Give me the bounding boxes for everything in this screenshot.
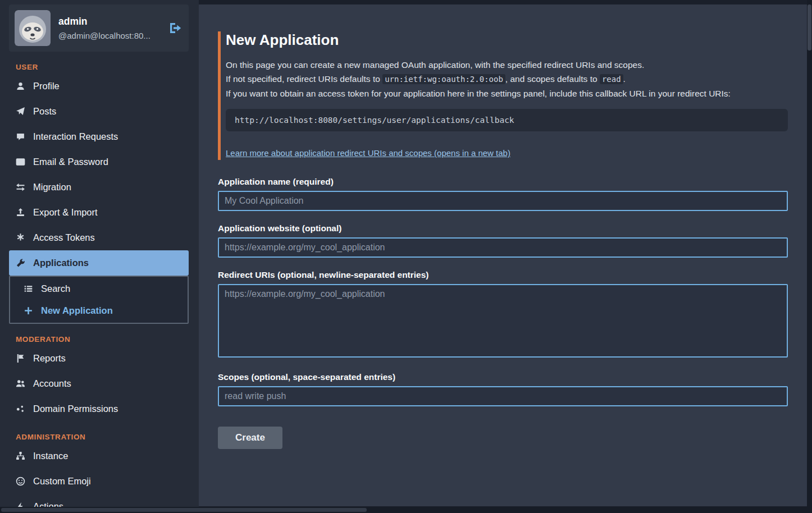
sidebar-item-new-application[interactable]: New Application [10, 300, 188, 322]
sidebar-item-profile[interactable]: Profile [9, 74, 189, 99]
intro-blockquote: New Application On this page you can cre… [218, 31, 788, 160]
sidebar-item-label: Email & Password [33, 157, 108, 167]
plus-icon [24, 306, 33, 315]
application-name-field: Application name (required) [218, 177, 788, 211]
oob-code: urn:ietf:wg:oauth:2.0:oob [382, 74, 505, 84]
sidebar-item-label: Instance [33, 451, 68, 461]
smile-icon [16, 477, 25, 486]
horizontal-scrollbar[interactable] [0, 507, 812, 513]
vertical-scrollbar[interactable] [807, 0, 812, 513]
sidebar-item-interaction-requests[interactable]: Interaction Requests [9, 124, 189, 149]
sidebar-item-label: Applications [33, 258, 89, 268]
sidebar-section-moderation: MODERATION [9, 335, 189, 343]
scopes-input[interactable] [218, 386, 788, 406]
logout-icon[interactable] [168, 21, 182, 35]
certificate-icon [16, 233, 25, 242]
application-name-input[interactable] [218, 191, 788, 211]
sidebar-item-label: Custom Emoji [33, 476, 91, 487]
sidebar-section-administration: ADMINISTRATION [9, 433, 189, 441]
redirect-uris-field: Redirect URIs (optional, newline-separat… [218, 270, 788, 360]
sidebar-item-label: New Application [41, 305, 113, 316]
sidebar-section-user: USER [9, 63, 189, 71]
sidebar-item-reports[interactable]: Reports [9, 346, 189, 371]
callback-url-code: http://localhost:8080/settings/user/appl… [226, 109, 788, 131]
transfer-arrows-icon [16, 182, 25, 192]
sidebar-item-label: Posts [33, 106, 56, 117]
user-icon [16, 81, 25, 91]
sidebar-item-label: Search [41, 283, 70, 294]
horizontal-scrollbar-thumb[interactable] [1, 508, 367, 512]
list-icon [24, 284, 33, 294]
application-name-label: Application name (required) [218, 177, 788, 187]
page-title: New Application [226, 31, 788, 49]
new-application-form: Application name (required) Application … [218, 177, 788, 449]
sidebar-item-export-import[interactable]: Export & Import [9, 200, 189, 225]
sidebar-item-migration[interactable]: Migration [9, 175, 189, 200]
sitemap-icon [16, 451, 25, 461]
sidebar-item-label: Reports [33, 353, 66, 364]
envelope-icon [16, 157, 25, 167]
intro-text: On this page you can create a new manage… [226, 58, 788, 100]
paper-plane-icon [16, 107, 25, 116]
redirect-uris-textarea[interactable] [218, 284, 788, 358]
avatar [15, 10, 51, 46]
sidebar-item-label: Export & Import [33, 207, 98, 218]
sidebar-item-label: Domain Permissions [33, 404, 118, 414]
sidebar-item-accounts[interactable]: Accounts [9, 371, 189, 396]
sidebar-item-label: Interaction Requests [33, 131, 118, 142]
intro-line-1: On this page you can create a new manage… [226, 60, 644, 70]
vertical-scrollbar-thumb[interactable] [808, 4, 811, 51]
flag-icon [16, 354, 25, 363]
applications-submenu: Search New Application [9, 276, 189, 324]
sidebar: admin @admin@localhost:80... USER Profil… [0, 0, 199, 513]
intro-line-2-mid: , and scopes defaults to [505, 74, 600, 84]
scopes-field: Scopes (optional, space-separated entrie… [218, 372, 788, 406]
export-icon [16, 208, 25, 217]
intro-line-3: If you want to obtain an access token fo… [226, 89, 731, 98]
sidebar-item-email-password[interactable]: Email & Password [9, 149, 189, 175]
read-code: read [600, 74, 623, 84]
users-icon [16, 379, 25, 388]
sidebar-item-applications[interactable]: Applications [9, 250, 189, 276]
user-name: admin [58, 16, 161, 28]
sidebar-item-label: Migration [33, 182, 71, 193]
intro-line-2-post: . [623, 74, 626, 84]
scopes-label: Scopes (optional, space-separated entrie… [218, 372, 788, 382]
user-meta: admin @admin@localhost:80... [58, 16, 161, 40]
application-website-field: Application website (optional) [218, 223, 788, 258]
sidebar-item-custom-emoji[interactable]: Custom Emoji [9, 469, 189, 494]
user-card: admin @admin@localhost:80... [9, 4, 189, 52]
comment-icon [16, 132, 25, 141]
sidebar-item-domain-permissions[interactable]: Domain Permissions [9, 396, 189, 422]
sidebar-item-posts[interactable]: Posts [9, 99, 189, 124]
create-button[interactable]: Create [218, 427, 282, 449]
wrench-icon [16, 258, 25, 268]
sloth-avatar-image [15, 10, 51, 46]
main-panel: New Application On this page you can cre… [199, 4, 807, 506]
redirect-uris-label: Redirect URIs (optional, newline-separat… [218, 270, 788, 280]
learn-more-link[interactable]: Learn more about application redirect UR… [226, 148, 510, 158]
application-website-label: Application website (optional) [218, 223, 788, 233]
intro-line-2-pre: If not specified, redirect URIs defaults… [226, 74, 382, 84]
sidebar-item-label: Profile [33, 81, 60, 91]
user-handle: @admin@localhost:80... [58, 31, 161, 40]
sidebar-item-applications-search[interactable]: Search [10, 278, 188, 300]
application-website-input[interactable] [218, 237, 788, 258]
sidebar-item-label: Access Tokens [33, 232, 95, 243]
sidebar-item-instance[interactable]: Instance [9, 443, 189, 469]
scatter-dots-icon [16, 404, 25, 414]
sidebar-item-access-tokens[interactable]: Access Tokens [9, 225, 189, 250]
sidebar-item-label: Accounts [33, 378, 71, 389]
